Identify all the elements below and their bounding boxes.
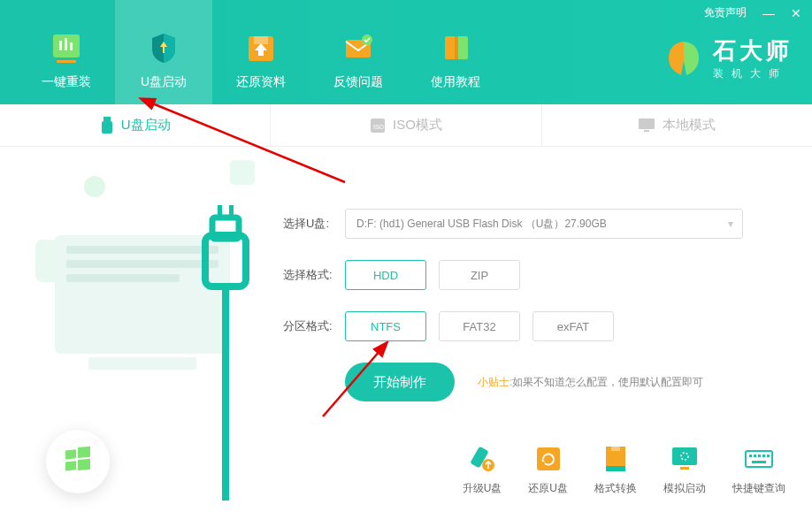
tool-label: 快捷键查询	[732, 481, 785, 496]
svg-rect-30	[65, 449, 76, 459]
tool-label: 格式转换	[594, 481, 637, 496]
usb-select-label: 选择U盘:	[283, 216, 345, 232]
upgrade-usb-icon	[467, 444, 497, 474]
tool-simulate-boot[interactable]: 模拟启动	[663, 444, 706, 496]
start-button[interactable]: 开始制作	[345, 363, 455, 401]
svg-rect-2	[65, 38, 67, 50]
usb-shield-icon	[144, 30, 183, 65]
reinstall-icon	[47, 30, 86, 65]
svg-rect-22	[66, 260, 218, 268]
partition-option-exfat[interactable]: exFAT	[532, 311, 614, 341]
svg-rect-46	[749, 455, 752, 457]
tool-upgrade-usb[interactable]: 升级U盘	[463, 444, 502, 496]
svg-rect-40	[606, 466, 625, 471]
svg-rect-50	[767, 455, 770, 457]
brand-title: 石大师	[713, 35, 793, 66]
keyboard-icon	[744, 444, 774, 474]
nav-label: 还原资料	[236, 74, 286, 90]
brand-logo-icon	[663, 38, 704, 79]
tutorial-icon	[436, 30, 475, 65]
nav-label: 反馈问题	[333, 74, 383, 90]
format-option-zip[interactable]: ZIP	[439, 260, 520, 290]
svg-rect-27	[218, 205, 222, 218]
monitor-icon	[638, 118, 655, 134]
footer-tools: 升级U盘 还原U盘 格式转换 模拟启动 快捷键查询	[463, 444, 785, 496]
restore-usb-icon	[533, 444, 563, 474]
svg-rect-49	[762, 455, 765, 457]
minimize-button[interactable]: —	[762, 7, 775, 19]
illustration-panel	[0, 147, 274, 512]
usb-select[interactable]: D:F: (hd1) General USB Flash Disk （U盘）27…	[345, 209, 743, 239]
svg-rect-1	[59, 41, 62, 50]
svg-rect-24	[88, 357, 196, 370]
svg-rect-12	[103, 117, 111, 121]
sub-tab-label: U盘启动	[121, 117, 171, 134]
tool-label: 还原U盘	[528, 481, 568, 496]
row-usb-select: 选择U盘: D:F: (hd1) General USB Flash Disk …	[283, 209, 777, 239]
svg-rect-41	[611, 447, 620, 451]
tool-restore-usb[interactable]: 还原U盘	[528, 444, 568, 496]
iso-icon: ISO	[370, 118, 386, 134]
sub-tab-label: ISO模式	[393, 117, 442, 134]
svg-rect-42	[672, 447, 697, 465]
svg-rect-51	[752, 461, 766, 463]
usb-icon	[100, 117, 114, 134]
sub-tab-local[interactable]: 本地模式	[542, 104, 812, 146]
brand: 石大师 装机大师	[663, 35, 793, 81]
brand-subtitle: 装机大师	[713, 66, 793, 81]
svg-rect-6	[254, 36, 268, 44]
svg-rect-23	[66, 274, 180, 282]
usb-select-value: D:F: (hd1) General USB Flash Disk （U盘）27…	[356, 217, 607, 232]
sub-tab-usb[interactable]: U盘启动	[0, 104, 271, 146]
svg-rect-45	[746, 451, 772, 467]
restore-icon	[241, 30, 280, 65]
feedback-icon	[339, 30, 378, 65]
partition-option-ntfs[interactable]: NTFS	[345, 311, 426, 341]
sub-tab-label: 本地模式	[663, 117, 716, 134]
svg-rect-33	[78, 459, 90, 470]
nav-label: U盘启动	[141, 74, 187, 90]
content: 选择U盘: D:F: (hd1) General USB Flash Disk …	[0, 147, 812, 512]
nav-tab-restore[interactable]: 还原资料	[212, 0, 310, 104]
tip-text: 如果不知道怎么配置，使用默认配置即可	[512, 376, 703, 388]
format-label: 选择格式:	[283, 267, 345, 283]
tool-label: 模拟启动	[663, 481, 706, 496]
svg-rect-31	[78, 447, 90, 458]
svg-rect-18	[230, 160, 255, 185]
simulate-boot-icon	[670, 444, 700, 474]
nav-label: 使用教程	[431, 74, 480, 90]
sub-tab-iso[interactable]: ISO ISO模式	[271, 104, 541, 146]
format-options: HDD ZIP	[345, 260, 520, 290]
format-convert-icon	[601, 444, 631, 474]
svg-rect-38	[537, 447, 560, 470]
row-partition: 分区格式: NTFS FAT32 exFAT	[283, 311, 777, 341]
format-option-hdd[interactable]: HDD	[345, 260, 426, 290]
tool-label: 升级U盘	[463, 481, 502, 496]
svg-rect-48	[758, 455, 761, 457]
svg-rect-17	[644, 130, 649, 132]
tip-label: 小贴士:	[478, 376, 512, 388]
disclaimer-link[interactable]: 免责声明	[704, 5, 747, 20]
svg-rect-11	[455, 36, 458, 59]
action-row: 开始制作 小贴士:如果不知道怎么配置，使用默认配置即可	[345, 363, 777, 401]
svg-text:ISO: ISO	[373, 124, 385, 130]
windows-badge-icon	[46, 430, 110, 493]
close-button[interactable]: ✕	[791, 7, 801, 19]
svg-rect-13	[102, 121, 112, 134]
nav-tab-tutorial[interactable]: 使用教程	[407, 0, 504, 104]
sub-tabs: U盘启动 ISO ISO模式 本地模式	[0, 104, 812, 147]
nav-tab-reinstall[interactable]: 一键重装	[18, 0, 115, 104]
svg-rect-3	[70, 42, 73, 50]
tip: 小贴士:如果不知道怎么配置，使用默认配置即可	[478, 375, 703, 390]
tool-shortcut-lookup[interactable]: 快捷键查询	[732, 444, 785, 496]
nav-tab-usb-boot[interactable]: U盘启动	[115, 0, 212, 104]
partition-option-fat32[interactable]: FAT32	[439, 311, 520, 341]
nav-label: 一键重装	[42, 74, 91, 90]
svg-rect-32	[65, 461, 76, 470]
partition-options: NTFS FAT32 exFAT	[345, 311, 614, 341]
svg-rect-28	[229, 205, 234, 218]
nav-tab-feedback[interactable]: 反馈问题	[310, 0, 407, 104]
header: 免责声明 — ✕ 一键重装 U盘启动 还原资料 反馈问题	[0, 0, 812, 104]
svg-rect-44	[680, 467, 689, 470]
tool-format-convert[interactable]: 格式转换	[594, 444, 637, 496]
